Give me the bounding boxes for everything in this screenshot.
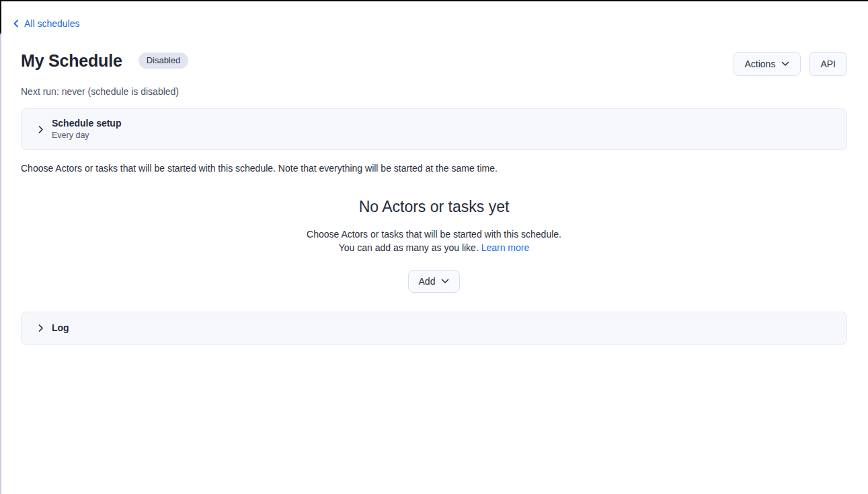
add-button[interactable]: Add bbox=[408, 270, 461, 293]
log-panel-header[interactable]: Log bbox=[22, 312, 846, 344]
chevron-left-icon bbox=[12, 20, 20, 28]
window-frame-top bbox=[0, 0, 868, 1]
empty-state-line1: Choose Actors or tasks that will be star… bbox=[21, 227, 847, 241]
empty-state-description: Choose Actors or tasks that will be star… bbox=[21, 227, 847, 254]
next-run-text: Next run: never (schedule is disabled) bbox=[21, 86, 847, 97]
log-panel-title: Log bbox=[52, 322, 69, 334]
chevron-down-icon bbox=[441, 279, 449, 284]
empty-state-line2: You can add as many as you like. bbox=[339, 242, 479, 253]
title-group: My Schedule Disabled bbox=[21, 51, 188, 70]
schedule-setup-panel[interactable]: Schedule setup Every day bbox=[21, 108, 847, 150]
chevron-right-icon bbox=[36, 125, 45, 134]
schedule-description: Choose Actors or tasks that will be star… bbox=[21, 163, 847, 174]
actions-button[interactable]: Actions bbox=[734, 52, 801, 76]
add-button-label: Add bbox=[419, 276, 436, 287]
schedule-setup-panel-header[interactable]: Schedule setup Every day bbox=[22, 109, 846, 149]
back-to-all-schedules-link[interactable]: All schedules bbox=[12, 18, 80, 29]
api-button[interactable]: API bbox=[809, 52, 847, 76]
header-toolbar: Actions API bbox=[734, 52, 848, 76]
page-header: My Schedule Disabled Actions API bbox=[21, 51, 847, 76]
schedule-setup-title: Schedule setup bbox=[52, 118, 121, 129]
actions-button-label: Actions bbox=[745, 59, 776, 69]
empty-state-title: No Actors or tasks yet bbox=[21, 197, 847, 216]
chevron-down-icon bbox=[781, 61, 789, 67]
schedule-detail-page: All schedules My Schedule Disabled Actio… bbox=[0, 0, 868, 345]
status-badge: Disabled bbox=[139, 52, 189, 69]
api-button-label: API bbox=[820, 59, 836, 69]
schedule-setup-subtitle: Every day bbox=[52, 131, 121, 141]
add-button-wrapper: Add bbox=[21, 270, 847, 293]
log-panel[interactable]: Log bbox=[21, 312, 847, 345]
chevron-right-icon bbox=[36, 324, 45, 332]
schedule-setup-text: Schedule setup Every day bbox=[52, 118, 121, 141]
window-frame-left bbox=[0, 0, 1, 494]
empty-state: No Actors or tasks yet Choose Actors or … bbox=[21, 197, 847, 293]
back-link-label: All schedules bbox=[24, 18, 80, 29]
page-title: My Schedule bbox=[21, 51, 122, 70]
learn-more-link[interactable]: Learn more bbox=[481, 242, 530, 253]
